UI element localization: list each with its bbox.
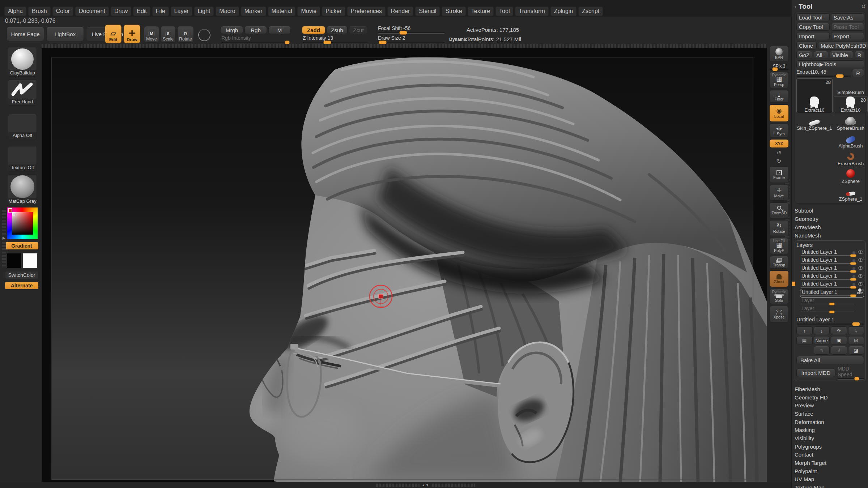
copy-tool-button[interactable]: Copy Tool: [796, 23, 830, 31]
tool-subpalette-item[interactable]: Visibility: [795, 434, 866, 442]
menu-item[interactable]: Stroke: [442, 7, 465, 16]
mrgb-button[interactable]: Mrgb: [221, 26, 243, 34]
menu-item[interactable]: Marker: [241, 7, 266, 16]
tool-subpalette-item[interactable]: Geometry HD: [795, 393, 866, 402]
import-button[interactable]: Import: [796, 32, 830, 40]
extract-slider[interactable]: Extract10. 48 R: [796, 69, 864, 77]
current-material-thumbnail[interactable]: MatCap Gray: [8, 174, 37, 205]
tray-collapse-icon[interactable]: ‹: [795, 4, 796, 10]
tool-thumbnail[interactable]: ZSphere_1: [834, 185, 868, 202]
lightbox-button[interactable]: LightBox: [46, 27, 84, 41]
dynamic-mode-label[interactable]: Dynamic: [449, 37, 467, 42]
layer-intensity-handle[interactable]: [850, 278, 856, 281]
main-color-swatch[interactable]: [7, 253, 22, 268]
layer-visibility-eye-icon[interactable]: [858, 266, 863, 270]
layer-row[interactable]: Layer: [800, 305, 864, 313]
edit-button[interactable]: ▱ Edit: [105, 25, 122, 43]
tool-thumbnail[interactable]: 28 Extract10: [834, 96, 868, 113]
solo-button[interactable]: Dynamic Solo: [769, 289, 789, 304]
bottom-grip-left[interactable]: [376, 484, 420, 487]
zoom-canvas-icon[interactable]: ↻: [777, 158, 782, 164]
menu-item[interactable]: Layer: [171, 7, 192, 16]
tool-thumbnail[interactable]: SimpleBrush: [834, 78, 868, 95]
menu-item[interactable]: Brush: [28, 7, 51, 16]
tool-subpalette-item[interactable]: Polygroups: [795, 442, 866, 451]
tool-section-header[interactable]: NanoMesh: [795, 231, 866, 240]
zcut-button[interactable]: Zcut: [349, 26, 368, 34]
lsym-button[interactable]: ◂|▸ L.Sym: [769, 124, 789, 137]
stroke-lasso-icon[interactable]: [197, 27, 212, 43]
tool-subpalette-item[interactable]: Preview: [795, 401, 866, 410]
layers-panel-title[interactable]: Layers: [796, 242, 864, 248]
layer-invert-button[interactable]: ◪: [848, 346, 864, 355]
lightbox-tools-button[interactable]: Lightbox▶Tools: [796, 60, 864, 68]
bake-all-button[interactable]: Bake All: [796, 356, 864, 364]
tool-subpalette-item[interactable]: Texture Map: [795, 483, 866, 488]
tool-thumbnail[interactable]: ZSphere: [834, 167, 868, 184]
layer-name-button[interactable]: Name: [814, 336, 830, 345]
menu-item[interactable]: Stencil: [415, 7, 440, 16]
rotate-canvas-button[interactable]: ↻ Rotate: [769, 220, 789, 236]
menu-item[interactable]: Render: [387, 7, 413, 16]
layer-record-dot[interactable]: [852, 251, 855, 254]
current-brush-thumbnail[interactable]: ClayBuildup: [8, 47, 37, 77]
layer-row[interactable]: Untitled Layer 1: [800, 273, 864, 281]
sculpt-viewport[interactable]: [42, 48, 767, 482]
secondary-color-swatch[interactable]: [22, 253, 38, 268]
rgb-intensity-slider[interactable]: Rgb Intensity: [221, 35, 290, 43]
tool-thumbnail[interactable]: AlphaBrush: [834, 132, 868, 149]
left-tray-divider[interactable]: ▶: [1, 209, 7, 267]
bpr-render-button[interactable]: BPR: [769, 46, 789, 62]
tool-subpalette-item[interactable]: UV Map: [795, 475, 866, 484]
current-stroke-thumbnail[interactable]: FreeHand: [8, 80, 37, 106]
draw-button[interactable]: ✛ Draw: [124, 25, 140, 43]
zadd-button[interactable]: Zadd: [302, 26, 325, 34]
tool-section-header[interactable]: ArrayMesh: [795, 223, 866, 231]
layer-row[interactable]: Untitled Layer 1 REC: [800, 289, 864, 297]
menu-item[interactable]: Picker: [322, 7, 345, 16]
layer-split-hidden-button[interactable]: ↰: [814, 346, 830, 355]
zoom3d-button[interactable]: Zoom3D: [769, 202, 789, 218]
goz-visible-button[interactable]: Visible: [830, 51, 853, 59]
color-picker[interactable]: [7, 207, 38, 239]
tool-subpalette-item[interactable]: Surface: [795, 410, 866, 418]
layer-merge-button[interactable]: ▣: [831, 336, 847, 345]
canvas-top-divider[interactable]: [42, 44, 767, 48]
layer-row[interactable]: Untitled Layer 1: [800, 257, 864, 265]
current-texture-thumbnail[interactable]: Texture Off: [8, 146, 37, 171]
focal-shift-handle[interactable]: [399, 31, 407, 35]
extract-r-button[interactable]: R: [852, 69, 864, 77]
layer-record-dot[interactable]: [852, 275, 855, 278]
layer-down-button[interactable]: ↓: [814, 326, 830, 335]
layer-intensity-handle[interactable]: [850, 270, 856, 273]
tool-thumbnail[interactable]: 28 Extract10: [796, 78, 833, 113]
transp-button[interactable]: Transp: [769, 256, 789, 269]
export-button[interactable]: Export: [831, 32, 864, 40]
tool-subpalette-item[interactable]: Deformation: [795, 418, 866, 426]
layer-intensity-handle[interactable]: [829, 311, 835, 313]
move-button[interactable]: M Move: [144, 26, 159, 43]
m-button[interactable]: M: [268, 26, 291, 34]
active-layer-slider[interactable]: Untitled Layer 1: [796, 316, 864, 325]
tool-section-header[interactable]: Geometry: [795, 215, 866, 223]
tool-thumbnail[interactable]: SphereBrush: [834, 114, 868, 131]
rgb-button[interactable]: Rgb: [244, 26, 267, 34]
focal-shift-slider[interactable]: Focal Shift -56: [378, 25, 445, 34]
local-symmetry-button[interactable]: ◉ Local: [769, 104, 789, 122]
floor-button[interactable]: ↓ Floor: [769, 90, 789, 103]
layer-visibility-eye-icon[interactable]: [858, 258, 863, 262]
layer-new-button[interactable]: ▤: [796, 336, 813, 345]
left-tray-expand-icon[interactable]: ▶: [1, 235, 7, 240]
clone-button[interactable]: Clone: [796, 42, 817, 50]
layer-visibility-eye-icon[interactable]: [858, 251, 863, 254]
tool-subpalette-item[interactable]: Morph Target: [795, 459, 866, 467]
zsub-button[interactable]: Zsub: [327, 26, 348, 34]
tool-subpalette-item[interactable]: Masking: [795, 426, 866, 434]
scroll-canvas-icon[interactable]: ↺: [777, 150, 782, 156]
xyz-symmetry-button[interactable]: XYZ: [769, 139, 789, 148]
menu-item[interactable]: Color: [52, 7, 73, 16]
tool-thumbnail[interactable]: EraserBrush: [834, 150, 868, 166]
layer-row[interactable]: Untitled Layer 1: [800, 265, 864, 273]
layer-delete-button[interactable]: ☒: [848, 336, 864, 345]
move-canvas-button[interactable]: ✛ Move: [769, 185, 789, 201]
